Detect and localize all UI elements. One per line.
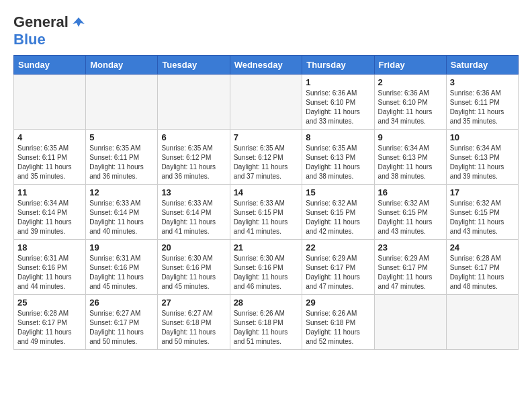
day-info: Sunrise: 6:35 AM Sunset: 6:12 PM Dayligh…	[161, 144, 226, 181]
calendar-week-row: 11Sunrise: 6:34 AM Sunset: 6:14 PM Dayli…	[14, 185, 519, 240]
day-number: 24	[450, 242, 515, 253]
day-info: Sunrise: 6:34 AM Sunset: 6:13 PM Dayligh…	[378, 144, 443, 181]
calendar-header-monday: Monday	[86, 56, 158, 75]
day-number: 2	[378, 77, 443, 87]
calendar-cell: 27Sunrise: 6:27 AM Sunset: 6:18 PM Dayli…	[158, 295, 230, 350]
calendar-cell: 6Sunrise: 6:35 AM Sunset: 6:12 PM Daylig…	[158, 130, 230, 185]
calendar-cell: 5Sunrise: 6:35 AM Sunset: 6:11 PM Daylig…	[86, 130, 158, 185]
day-number: 27	[161, 298, 226, 308]
day-info: Sunrise: 6:30 AM Sunset: 6:16 PM Dayligh…	[161, 254, 226, 291]
day-info: Sunrise: 6:28 AM Sunset: 6:17 PM Dayligh…	[450, 254, 515, 291]
day-info: Sunrise: 6:32 AM Sunset: 6:15 PM Dayligh…	[306, 199, 370, 236]
day-number: 29	[306, 298, 370, 308]
day-number: 1	[306, 77, 370, 87]
day-info: Sunrise: 6:33 AM Sunset: 6:15 PM Dayligh…	[234, 199, 299, 236]
calendar-cell: 10Sunrise: 6:34 AM Sunset: 6:13 PM Dayli…	[446, 130, 518, 185]
day-info: Sunrise: 6:30 AM Sunset: 6:16 PM Dayligh…	[234, 254, 299, 291]
calendar-cell: 8Sunrise: 6:35 AM Sunset: 6:13 PM Daylig…	[302, 130, 374, 185]
day-number: 23	[378, 242, 443, 253]
calendar-cell: 24Sunrise: 6:28 AM Sunset: 6:17 PM Dayli…	[446, 240, 518, 295]
day-number: 12	[89, 187, 154, 197]
day-info: Sunrise: 6:33 AM Sunset: 6:14 PM Dayligh…	[161, 199, 226, 236]
day-info: Sunrise: 6:34 AM Sunset: 6:14 PM Dayligh…	[17, 199, 82, 236]
day-number: 5	[89, 132, 154, 142]
day-info: Sunrise: 6:29 AM Sunset: 6:17 PM Dayligh…	[306, 254, 370, 291]
day-number: 9	[378, 132, 443, 142]
svg-marker-0	[73, 17, 85, 27]
calendar-header-wednesday: Wednesday	[230, 56, 302, 75]
day-info: Sunrise: 6:32 AM Sunset: 6:15 PM Dayligh…	[450, 199, 515, 236]
calendar-cell	[158, 75, 230, 130]
day-number: 19	[89, 242, 154, 253]
day-info: Sunrise: 6:27 AM Sunset: 6:18 PM Dayligh…	[161, 309, 226, 347]
day-number: 28	[234, 298, 299, 308]
calendar-cell: 29Sunrise: 6:26 AM Sunset: 6:18 PM Dayli…	[302, 295, 374, 350]
calendar-cell: 14Sunrise: 6:33 AM Sunset: 6:15 PM Dayli…	[230, 185, 302, 240]
day-info: Sunrise: 6:35 AM Sunset: 6:11 PM Dayligh…	[17, 144, 82, 181]
day-number: 25	[17, 298, 82, 308]
calendar-cell: 1Sunrise: 6:36 AM Sunset: 6:10 PM Daylig…	[302, 75, 374, 130]
calendar-cell	[446, 295, 518, 350]
day-info: Sunrise: 6:28 AM Sunset: 6:17 PM Dayligh…	[17, 309, 82, 347]
day-info: Sunrise: 6:33 AM Sunset: 6:14 PM Dayligh…	[89, 199, 154, 236]
day-info: Sunrise: 6:31 AM Sunset: 6:16 PM Dayligh…	[17, 254, 82, 291]
calendar-cell: 2Sunrise: 6:36 AM Sunset: 6:10 PM Daylig…	[374, 75, 446, 130]
calendar-header-thursday: Thursday	[302, 56, 374, 75]
day-number: 20	[161, 242, 226, 253]
day-number: 11	[17, 187, 82, 197]
day-number: 3	[450, 77, 515, 87]
day-info: Sunrise: 6:26 AM Sunset: 6:18 PM Dayligh…	[306, 309, 370, 347]
day-info: Sunrise: 6:32 AM Sunset: 6:15 PM Dayligh…	[378, 199, 443, 236]
calendar-cell	[86, 75, 158, 130]
calendar-cell: 19Sunrise: 6:31 AM Sunset: 6:16 PM Dayli…	[86, 240, 158, 295]
logo-bird-icon	[71, 15, 86, 30]
day-number: 6	[161, 132, 226, 142]
calendar-cell: 16Sunrise: 6:32 AM Sunset: 6:15 PM Dayli…	[374, 185, 446, 240]
calendar-cell: 18Sunrise: 6:31 AM Sunset: 6:16 PM Dayli…	[14, 240, 86, 295]
calendar-cell: 9Sunrise: 6:34 AM Sunset: 6:13 PM Daylig…	[374, 130, 446, 185]
calendar-cell: 4Sunrise: 6:35 AM Sunset: 6:11 PM Daylig…	[14, 130, 86, 185]
calendar-cell: 25Sunrise: 6:28 AM Sunset: 6:17 PM Dayli…	[14, 295, 86, 350]
logo: General Blue	[13, 13, 86, 48]
calendar-header-tuesday: Tuesday	[158, 56, 230, 75]
calendar-cell: 23Sunrise: 6:29 AM Sunset: 6:17 PM Dayli…	[374, 240, 446, 295]
calendar-header-sunday: Sunday	[14, 56, 86, 75]
calendar-cell: 3Sunrise: 6:36 AM Sunset: 6:11 PM Daylig…	[446, 75, 518, 130]
calendar-week-row: 1Sunrise: 6:36 AM Sunset: 6:10 PM Daylig…	[14, 75, 519, 130]
calendar-header-saturday: Saturday	[446, 56, 518, 75]
calendar-cell	[374, 295, 446, 350]
day-number: 15	[306, 187, 370, 197]
calendar-week-row: 25Sunrise: 6:28 AM Sunset: 6:17 PM Dayli…	[14, 295, 519, 350]
calendar-cell: 21Sunrise: 6:30 AM Sunset: 6:16 PM Dayli…	[230, 240, 302, 295]
day-number: 26	[89, 298, 154, 308]
calendar-week-row: 18Sunrise: 6:31 AM Sunset: 6:16 PM Dayli…	[14, 240, 519, 295]
day-info: Sunrise: 6:35 AM Sunset: 6:13 PM Dayligh…	[306, 144, 370, 181]
day-number: 21	[234, 242, 299, 253]
day-number: 16	[378, 187, 443, 197]
day-info: Sunrise: 6:34 AM Sunset: 6:13 PM Dayligh…	[450, 144, 515, 181]
day-info: Sunrise: 6:36 AM Sunset: 6:11 PM Dayligh…	[450, 89, 515, 126]
day-number: 10	[450, 132, 515, 142]
day-number: 13	[161, 187, 226, 197]
calendar-cell: 12Sunrise: 6:33 AM Sunset: 6:14 PM Dayli…	[86, 185, 158, 240]
calendar-cell: 17Sunrise: 6:32 AM Sunset: 6:15 PM Dayli…	[446, 185, 518, 240]
calendar-week-row: 4Sunrise: 6:35 AM Sunset: 6:11 PM Daylig…	[14, 130, 519, 185]
day-number: 7	[234, 132, 299, 142]
calendar-table: SundayMondayTuesdayWednesdayThursdayFrid…	[13, 55, 519, 350]
day-info: Sunrise: 6:36 AM Sunset: 6:10 PM Dayligh…	[306, 89, 370, 126]
logo-blue: Blue	[13, 31, 46, 48]
day-info: Sunrise: 6:36 AM Sunset: 6:10 PM Dayligh…	[378, 89, 443, 126]
day-number: 14	[234, 187, 299, 197]
calendar-cell: 13Sunrise: 6:33 AM Sunset: 6:14 PM Dayli…	[158, 185, 230, 240]
day-number: 17	[450, 187, 515, 197]
calendar-header-row: SundayMondayTuesdayWednesdayThursdayFrid…	[14, 56, 519, 75]
calendar-cell	[14, 75, 86, 130]
calendar-cell: 22Sunrise: 6:29 AM Sunset: 6:17 PM Dayli…	[302, 240, 374, 295]
calendar-cell: 7Sunrise: 6:35 AM Sunset: 6:12 PM Daylig…	[230, 130, 302, 185]
page-header: General Blue	[13, 13, 519, 48]
calendar-header-friday: Friday	[374, 56, 446, 75]
logo-general: General	[13, 13, 69, 31]
day-info: Sunrise: 6:27 AM Sunset: 6:17 PM Dayligh…	[89, 309, 154, 347]
calendar-cell: 11Sunrise: 6:34 AM Sunset: 6:14 PM Dayli…	[14, 185, 86, 240]
day-info: Sunrise: 6:31 AM Sunset: 6:16 PM Dayligh…	[89, 254, 154, 291]
